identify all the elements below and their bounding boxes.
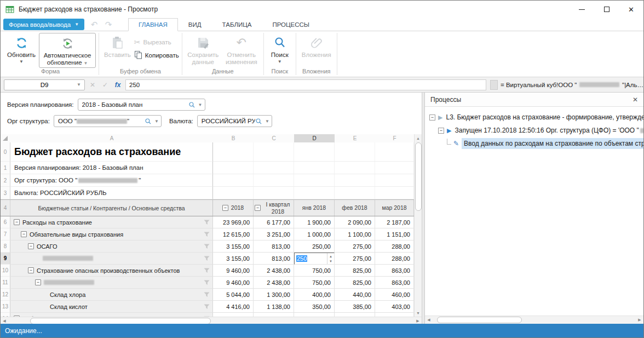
collapse-icon[interactable]: −	[35, 279, 41, 285]
chevron-down-icon[interactable]: ▼	[265, 119, 269, 124]
filter-icon[interactable]	[204, 316, 210, 317]
scrollbar-thumb[interactable]	[415, 142, 422, 211]
select-all-corner[interactable]	[1, 134, 10, 142]
column-header-e[interactable]: E	[335, 134, 375, 142]
row-header[interactable]: 7	[1, 228, 10, 240]
undo-changes-icon: ↶	[237, 34, 246, 51]
row-header[interactable]: 4	[1, 200, 10, 216]
expression-prefix: = Виртуальный куб!ООО "	[501, 82, 577, 88]
scroll-right-icon[interactable]: ▶	[414, 317, 422, 324]
currency-combo[interactable]: РОССИЙСКИЙ РУБЛЬ ▼	[197, 115, 272, 127]
close-icon[interactable]: ✕	[633, 96, 638, 104]
horizontal-scrollbar[interactable]: ◀ ▶	[425, 316, 643, 324]
cell-d9-edit[interactable]: 250 ▲▼	[294, 253, 335, 265]
row-header[interactable]: 13	[1, 301, 10, 313]
row-header[interactable]: 2	[1, 174, 10, 187]
tab-glavnaya[interactable]: ГЛАВНАЯ	[128, 18, 178, 31]
collapse-icon[interactable]: −	[28, 267, 34, 273]
tab-protsessy[interactable]: ПРОЦЕССЫ	[262, 18, 320, 31]
spinner-control[interactable]: ▲▼	[327, 253, 334, 264]
row-header[interactable]: 14	[1, 313, 10, 317]
filter-icon[interactable]	[204, 256, 210, 261]
auto-refresh-button[interactable]: Автоматическое обновление▼	[39, 33, 96, 68]
process-item-selected[interactable]: ✎ Ввод данных по расходам на страхование…	[425, 137, 643, 150]
filter-icon[interactable]	[204, 292, 210, 297]
ribbon-group-clipboard: Вставить ✂ Вырезать Коп	[100, 31, 181, 77]
formula-edit-icon[interactable]: fx	[113, 81, 123, 89]
refresh-button[interactable]: Обновить ▼	[5, 33, 38, 65]
pane-splitter-chip[interactable]	[490, 80, 498, 90]
form-io-menu-button[interactable]: Форма ввода/вывода ▼	[3, 19, 84, 30]
collapse-icon[interactable]: −	[14, 219, 20, 225]
scrollbar-thumb[interactable]	[437, 317, 522, 323]
search-icon[interactable]	[145, 118, 152, 125]
collapse-icon[interactable]: −	[438, 128, 444, 134]
redo-button[interactable]: ↷	[104, 20, 113, 30]
vertical-scrollbar[interactable]: ▲ ▼	[414, 134, 422, 317]
undo-changes-button[interactable]: ↶ Отменить изменения	[222, 33, 261, 67]
group-label-search: Поиск	[264, 68, 295, 77]
scrollbar-thumb[interactable]	[30, 318, 211, 324]
row-header[interactable]: 8	[1, 240, 10, 253]
close-button[interactable]: ✕	[619, 1, 643, 18]
ribbon: Обновить ▼ Автоматическое обновление▼	[1, 31, 643, 77]
scroll-down-icon[interactable]: ▼	[415, 309, 422, 317]
formula-input[interactable]: 250	[125, 79, 486, 90]
column-header-a[interactable]: A	[10, 134, 213, 142]
column-header-c[interactable]: C	[254, 134, 294, 142]
filter-icon[interactable]	[204, 232, 210, 237]
undo-button[interactable]: ↶	[90, 20, 99, 30]
search-icon[interactable]	[255, 118, 262, 125]
scroll-right-icon[interactable]: ▶	[636, 316, 643, 324]
search-button[interactable]: Поиск ▼	[267, 33, 293, 65]
row-header[interactable]: 6	[1, 216, 10, 228]
minimize-button[interactable]	[570, 1, 594, 18]
scroll-left-icon[interactable]: ◀	[1, 317, 8, 324]
collapse-icon[interactable]: −	[255, 205, 261, 211]
process-item[interactable]: − ▶ Запущен 17.10.2018 12:50:16 Орг. стр…	[425, 124, 643, 137]
row-header[interactable]: 10	[1, 265, 10, 277]
refresh-icon	[15, 34, 28, 51]
tab-vid[interactable]: ВИД	[178, 18, 212, 31]
tab-tablitsa[interactable]: ТАБЛИЦА	[212, 18, 262, 31]
column-header-f[interactable]: F	[375, 134, 414, 142]
row-header[interactable]: 11	[1, 277, 10, 289]
process-item[interactable]: − ▶ L3. Бюджет расходов на страхование -…	[425, 111, 643, 124]
scroll-up-icon[interactable]: ▲	[415, 134, 422, 142]
filter-icon[interactable]	[204, 268, 210, 273]
cancel-entry-icon[interactable]: ✕	[88, 81, 97, 89]
cut-button[interactable]: ✂ Вырезать	[134, 38, 179, 47]
confirm-entry-icon[interactable]: ✓	[100, 81, 110, 89]
horizontal-scrollbar[interactable]: ◀ ▶	[1, 317, 422, 324]
collapse-icon[interactable]: −	[429, 114, 435, 121]
spinner-down-icon[interactable]: ▼	[329, 260, 332, 263]
row-header[interactable]: 1	[1, 162, 10, 174]
maximize-button[interactable]	[594, 1, 619, 18]
cell-reference-box[interactable]: D9 ▼	[4, 79, 85, 90]
paste-button[interactable]: Вставить	[102, 33, 133, 60]
org-combo[interactable]: ООО "" ▼	[54, 115, 162, 127]
row-header[interactable]: 0	[1, 142, 10, 162]
search-icon[interactable]	[188, 101, 196, 108]
save-data-button[interactable]: Сохранить данные	[185, 33, 221, 67]
filter-icon[interactable]	[204, 304, 210, 310]
filter-icon[interactable]	[204, 244, 210, 249]
filter-icon[interactable]	[204, 280, 210, 285]
scroll-left-icon[interactable]: ◀	[425, 316, 433, 324]
collapse-icon[interactable]: −	[21, 231, 27, 237]
filter-icon[interactable]	[204, 220, 210, 225]
spinner-up-icon[interactable]: ▲	[329, 255, 332, 258]
collapse-icon[interactable]: −	[222, 205, 228, 211]
chevron-down-icon[interactable]: ▼	[154, 119, 159, 124]
row-header[interactable]: 9	[1, 253, 10, 265]
collapse-icon[interactable]: −	[28, 243, 34, 249]
attachments-button[interactable]: Вложения	[299, 33, 334, 60]
column-header-b[interactable]: B	[213, 134, 254, 142]
row-header[interactable]: 3	[1, 187, 10, 199]
column-header-d[interactable]: D	[294, 134, 335, 142]
row-header[interactable]: 12	[1, 289, 10, 301]
copy-button[interactable]: Копировать	[134, 50, 179, 60]
version-combo[interactable]: 2018 - Базовый план ▼	[78, 99, 205, 111]
chevron-down-icon[interactable]: ▼	[198, 102, 203, 107]
collapse-icon[interactable]: −	[14, 316, 20, 317]
